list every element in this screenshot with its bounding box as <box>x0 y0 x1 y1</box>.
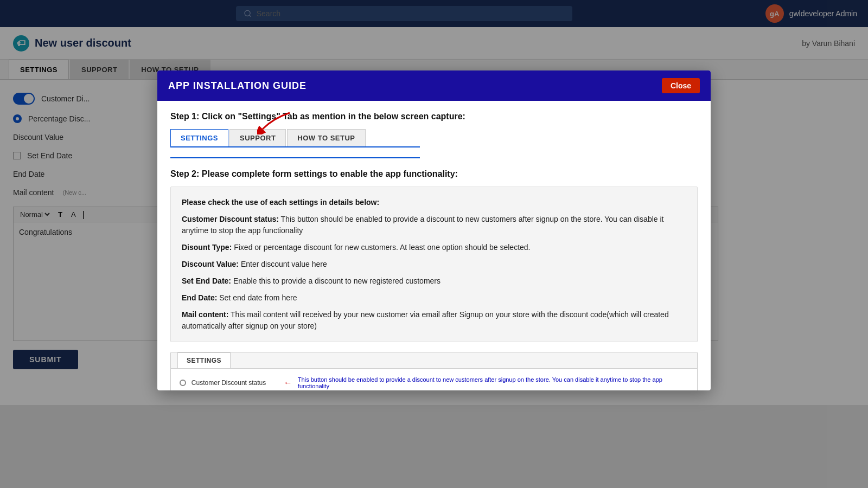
info-item-3: Set End Date: Enable this to provide a d… <box>182 275 686 287</box>
info-item-2: Discount Value: Enter discount value her… <box>182 259 686 270</box>
mini-tab-settings: SETTINGS <box>170 129 228 146</box>
modal-body: Step 1: Click on "Settings" Tab as menti… <box>157 101 711 390</box>
info-heading: Please check the use of each settings in… <box>182 198 379 207</box>
info-item-0: Customer Discount status: This button sh… <box>182 214 686 236</box>
modal-close-button[interactable]: Close <box>662 78 700 93</box>
customer-annotation: This button should be enabled to provide… <box>298 376 688 389</box>
installation-guide-modal: APP INSTALLATION GUIDE Close Step 1: Cli… <box>157 70 711 390</box>
red-arrow-icon <box>257 107 301 134</box>
info-item-1: Disount Type: Fixed or percentage discou… <box>182 242 686 253</box>
step1-heading: Step 1: Click on "Settings" Tab as menti… <box>170 112 698 121</box>
blue-left-arrow-icon: ← <box>284 378 292 388</box>
info-item-5: Mail content: This mail content will rec… <box>182 309 686 332</box>
mini-preview-radio-off <box>180 380 186 386</box>
mini-preview-row-customer: Customer Discount status ← This button s… <box>180 376 688 389</box>
step2-heading: Step 2: Please complete form settings to… <box>170 169 698 179</box>
modal-title: APP INSTALLATION GUIDE <box>168 80 307 92</box>
info-box: Please check the use of each settings in… <box>170 187 698 342</box>
mini-preview-customer-label: Customer Discount status <box>192 379 278 387</box>
info-item-4: End Date: Set end date from here <box>182 292 686 304</box>
mini-settings-tab-bar: SETTINGS <box>171 352 697 369</box>
modal-header: APP INSTALLATION GUIDE Close <box>157 70 711 101</box>
mini-settings-preview: SETTINGS Customer Discount status ← This… <box>170 352 698 390</box>
modal-overlay: APP INSTALLATION GUIDE Close Step 1: Cli… <box>0 0 868 488</box>
mini-settings-tab: SETTINGS <box>177 352 231 368</box>
mini-preview-body: Customer Discount status ← This button s… <box>171 369 697 390</box>
